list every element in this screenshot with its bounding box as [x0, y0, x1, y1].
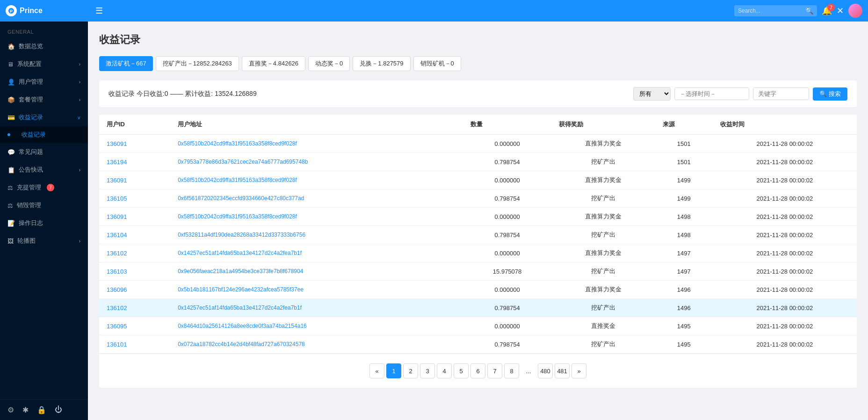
cell-amount: 0.000000 — [463, 317, 551, 335]
hamburger-button[interactable]: ☰ — [95, 6, 103, 16]
notification-button[interactable]: 🔔 7 — [822, 6, 832, 16]
avatar[interactable] — [848, 4, 862, 18]
sidebar-sub-item-income-list[interactable]: 收益记录 — [0, 126, 88, 143]
table-row[interactable]: 136091 0x58f510b2042cd9ffa31f95163a358f8… — [99, 171, 857, 189]
pagination-page-480[interactable]: 480 — [538, 363, 553, 378]
filter-tabs: 激活矿机－667 挖矿产出－12852.284263 直推奖－4.842626 … — [99, 56, 857, 71]
search-box: 🔍 — [734, 5, 817, 16]
sidebar-item-operation-log[interactable]: 📝 操作日志 — [0, 214, 88, 232]
sidebar-item-dashboard[interactable]: 🏠 数据总览 — [0, 37, 88, 55]
log-icon: 📝 — [7, 220, 15, 227]
pagination-next[interactable]: » — [571, 363, 586, 378]
layout: GENERAL 🏠 数据总览 🖥 系统配置 › 👤 用户管理 › 📦 套餐管理 … — [0, 22, 868, 420]
cell-reward: 直推算力奖金 — [551, 244, 655, 262]
table-row[interactable]: 136103 0x9e056faeac218a1a4954be3ce373fe7… — [99, 262, 857, 281]
stats-cumulative-label: 累计收益: — [185, 90, 213, 97]
chevron-icon: › — [79, 239, 80, 244]
cell-user-addr: 0x5b14b181167bf124e296ae4232afcea5785f37… — [170, 281, 463, 299]
cell-reward: 直推算力奖金 — [551, 208, 655, 226]
cell-user-addr: 0x14257ec51af14fda65ba13e4127d2c4a2fea7b… — [170, 244, 463, 262]
pagination-page-3[interactable]: 3 — [420, 363, 435, 378]
sidebar-item-sales-manage[interactable]: ⚖ 销毁管理 — [0, 196, 88, 214]
filter-tab-exchange[interactable]: 兑换－1.827579 — [353, 56, 410, 71]
table-row[interactable]: 136091 0x58f510b2042cd9ffa31f95163a358f8… — [99, 135, 857, 153]
cell-user-id: 136105 — [99, 189, 170, 208]
logo-icon: P — [6, 5, 17, 16]
chevron-down-icon: ∨ — [77, 115, 80, 120]
table-row[interactable]: 136096 0x5b14b181167bf124e296ae4232afcea… — [99, 281, 857, 299]
table-row[interactable]: 136104 0xf532811a4df190dea28268a33412d33… — [99, 226, 857, 244]
table-row[interactable]: 136091 0x58f510b2042cd9ffa31f95163a358f8… — [99, 208, 857, 226]
filter-tab-mining-output[interactable]: 挖矿产出－12852.284263 — [156, 56, 239, 71]
pagination-prev[interactable]: « — [369, 363, 384, 378]
table-header-row: 用户ID 用户地址 数量 获得奖励 来源 收益时间 — [99, 115, 857, 135]
tools-button[interactable]: ✕ — [837, 6, 844, 16]
settings-bottom-icon[interactable]: ⚙ — [7, 406, 14, 414]
pagination-page-5[interactable]: 5 — [454, 363, 469, 378]
cell-time: 2021-11-28 00:00:02 — [713, 262, 857, 281]
pagination-page-4[interactable]: 4 — [437, 363, 452, 378]
pagination-page-7[interactable]: 7 — [487, 363, 502, 378]
stats-separator: —— — [170, 90, 183, 97]
cell-user-addr: 0x072aa18782cc4b14e2d4bf48fad727a6703245… — [170, 335, 463, 354]
power-bottom-icon[interactable]: ⏻ — [55, 406, 62, 414]
sidebar-item-package-manage[interactable]: 📦 套餐管理 › — [0, 91, 88, 109]
sidebar-section-label: GENERAL — [0, 22, 88, 37]
pagination-page-6[interactable]: 6 — [470, 363, 485, 378]
cell-source: 1496 — [655, 281, 713, 299]
sidebar-item-income-record[interactable]: 💳 收益记录 ∨ — [0, 109, 88, 126]
cell-user-id: 136101 — [99, 335, 170, 354]
sidebar-sub-income: 收益记录 — [0, 126, 88, 143]
svg-text:P: P — [10, 9, 13, 14]
pagination-page-2[interactable]: 2 — [403, 363, 418, 378]
sidebar-item-recharge-manage[interactable]: ⚖ 充提管理 7 — [0, 179, 88, 196]
type-select[interactable]: 所有 — [633, 87, 671, 101]
tools-bottom-icon[interactable]: ✱ — [22, 406, 29, 414]
sidebar-item-carousel[interactable]: 🖼 轮播图 › — [0, 232, 88, 250]
col-user-addr: 用户地址 — [170, 115, 463, 135]
pagination-page-1[interactable]: 1 — [386, 363, 401, 378]
pagination-page-8[interactable]: 8 — [504, 363, 519, 378]
cell-time: 2021-11-28 00:00:02 — [713, 153, 857, 171]
cell-user-id: 136096 — [99, 281, 170, 299]
user-icon: 👤 — [7, 79, 15, 86]
chevron-icon: › — [79, 97, 80, 102]
keyword-input[interactable] — [753, 87, 809, 100]
cell-amount: 0.798754 — [463, 226, 551, 244]
sidebar-item-system-config[interactable]: 🖥 系统配置 › — [0, 55, 88, 73]
filter-tab-direct-push[interactable]: 直推奖－4.842626 — [242, 56, 305, 71]
sidebar-item-announcement[interactable]: 📋 公告快讯 › — [0, 161, 88, 179]
cell-user-id: 136091 — [99, 208, 170, 226]
filter-tab-destroy-miner[interactable]: 销毁矿机－0 — [413, 56, 461, 71]
lock-bottom-icon[interactable]: 🔒 — [37, 406, 46, 414]
stats-cumulative-value: 13524.126889 — [215, 90, 257, 97]
search-button[interactable]: 🔍 搜索 — [813, 87, 847, 101]
search-btn-label: 搜索 — [829, 90, 841, 98]
table-row[interactable]: 136105 0x6f5618720202345eccfd9334660e427… — [99, 189, 857, 208]
col-user-id: 用户ID — [99, 115, 170, 135]
recharge-icon: ⚖ — [7, 184, 13, 191]
sidebar-item-user-manage[interactable]: 👤 用户管理 › — [0, 73, 88, 91]
filter-tab-dynamic-reward[interactable]: 动态奖－0 — [308, 56, 350, 71]
cell-amount: 0.798754 — [463, 153, 551, 171]
sidebar-item-label: 数据总览 — [19, 42, 43, 51]
cell-time: 2021-11-28 00:00:02 — [713, 208, 857, 226]
table-container: 用户ID 用户地址 数量 获得奖励 来源 收益时间 136091 0x58f51… — [99, 115, 857, 388]
cell-source: 1497 — [655, 244, 713, 262]
search-input[interactable] — [738, 7, 803, 14]
cell-source: 1499 — [655, 171, 713, 189]
table-row[interactable]: 136101 0x072aa18782cc4b14e2d4bf48fad727a… — [99, 335, 857, 354]
filter-tab-activate-miner[interactable]: 激活矿机－667 — [99, 56, 153, 71]
cell-reward: 直推奖金 — [551, 317, 655, 335]
cell-amount: 0.000000 — [463, 281, 551, 299]
recharge-badge: 7 — [47, 184, 54, 191]
pagination-page-481[interactable]: 481 — [555, 363, 570, 378]
cell-time: 2021-11-28 00:00:02 — [713, 317, 857, 335]
table-row[interactable]: 136095 0x8464d10a25614126a8ee8cde0f3aa74… — [99, 317, 857, 335]
search-icon[interactable]: 🔍 — [805, 7, 813, 14]
table-row[interactable]: 136194 0x7953a778e86d3a7621cec2ea74a6777… — [99, 153, 857, 171]
time-input[interactable] — [674, 87, 749, 100]
table-row[interactable]: 136102 0x14257ec51af14fda65ba13e4127d2c4… — [99, 299, 857, 317]
table-row[interactable]: 136102 0x14257ec51af14fda65ba13e4127d2c4… — [99, 244, 857, 262]
sidebar-item-faq[interactable]: 💬 常见问题 — [0, 143, 88, 161]
